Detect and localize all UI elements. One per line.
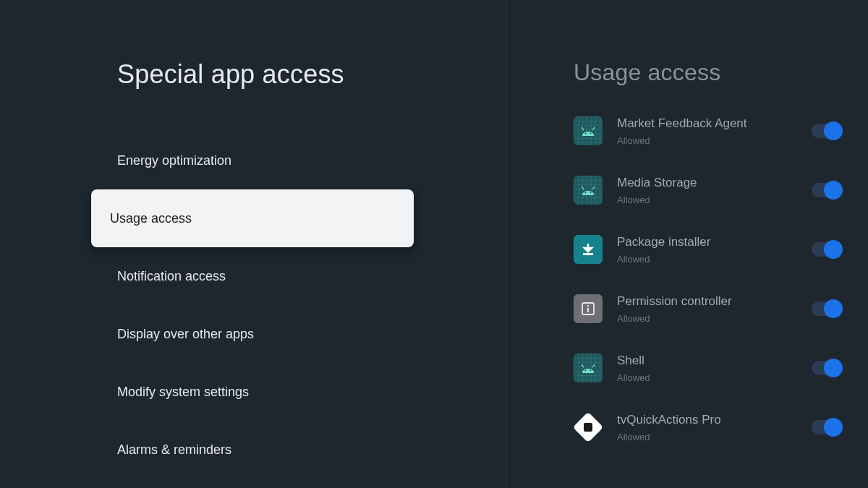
- android-icon: [574, 176, 603, 205]
- svg-point-13: [590, 370, 592, 372]
- svg-line-6: [582, 187, 584, 189]
- app-status-label: Allowed: [617, 372, 812, 383]
- app-status-label: Allowed: [617, 254, 812, 265]
- toggle-knob: [824, 240, 843, 259]
- app-list: Market Feedback Agent Allowed Media Stor…: [506, 116, 868, 442]
- toggle-switch[interactable]: [812, 361, 841, 375]
- diamond-shape-icon: [573, 412, 603, 442]
- menu-item-alarms-reminders[interactable]: Alarms & reminders: [0, 421, 506, 479]
- menu-item-usage-access[interactable]: Usage access: [91, 189, 414, 247]
- tvquickactions-icon: [574, 413, 603, 442]
- svg-line-7: [592, 187, 595, 189]
- download-icon: [574, 235, 603, 264]
- menu-item-modify-system-settings[interactable]: Modify system settings: [0, 363, 506, 421]
- download-arrow-icon: [581, 242, 595, 257]
- app-name-label: Package installer: [617, 235, 812, 249]
- info-square-icon: [582, 302, 595, 315]
- toggle-switch[interactable]: [812, 183, 841, 197]
- menu-item-label: Usage access: [110, 211, 192, 226]
- page-title-right: Usage access: [574, 59, 868, 86]
- toggle-switch[interactable]: [812, 301, 841, 316]
- svg-point-10: [587, 305, 589, 307]
- android-head-icon: [579, 185, 597, 195]
- app-row-permission-controller[interactable]: Permission controller Allowed: [574, 294, 841, 323]
- app-text: Media Storage Allowed: [617, 176, 812, 205]
- app-status-label: Allowed: [617, 432, 812, 442]
- right-pane: Usage access Market Feedback Agent Allow…: [506, 0, 868, 488]
- menu-list: Energy optimization Usage access Notific…: [0, 132, 506, 488]
- app-text: tvQuickActions Pro Allowed: [617, 413, 812, 442]
- menu-item-display-over-other-apps[interactable]: Display over other apps: [0, 305, 506, 363]
- app-text: Permission controller Allowed: [617, 294, 812, 324]
- app-name-label: Permission controller: [617, 294, 812, 309]
- app-name-label: tvQuickActions Pro: [617, 413, 812, 427]
- menu-item-label: Modify system settings: [117, 385, 249, 400]
- app-text: Package installer Allowed: [617, 235, 812, 265]
- menu-item-turn-screen-on[interactable]: Turn screen on: [0, 479, 506, 488]
- toggle-switch[interactable]: [812, 242, 841, 257]
- toggle-switch[interactable]: [812, 420, 841, 435]
- toggle-knob: [824, 299, 843, 318]
- svg-point-5: [590, 192, 592, 194]
- toggle-knob: [824, 359, 843, 377]
- svg-rect-8: [583, 253, 593, 255]
- app-row-media-storage[interactable]: Media Storage Allowed: [574, 176, 841, 205]
- app-row-shell[interactable]: Shell Allowed: [574, 354, 841, 382]
- app-name-label: Media Storage: [617, 176, 812, 190]
- android-icon: [574, 354, 603, 382]
- app-status-label: Allowed: [617, 313, 812, 324]
- svg-line-14: [582, 364, 584, 367]
- menu-item-label: Turn screen on: [117, 479, 204, 488]
- page-title-left: Special app access: [117, 59, 506, 90]
- android-head-icon: [579, 126, 597, 136]
- app-name-label: Market Feedback Agent: [617, 116, 812, 131]
- svg-line-3: [592, 127, 595, 130]
- menu-item-notification-access[interactable]: Notification access: [0, 247, 506, 305]
- toggle-switch[interactable]: [812, 124, 841, 138]
- svg-line-15: [592, 364, 595, 367]
- svg-point-0: [585, 133, 587, 134]
- menu-item-label: Display over other apps: [117, 327, 254, 342]
- app-name-label: Shell: [617, 354, 812, 368]
- svg-rect-11: [587, 308, 589, 312]
- android-icon: [574, 116, 603, 145]
- svg-point-1: [590, 133, 592, 134]
- svg-line-2: [582, 127, 584, 130]
- menu-item-label: Alarms & reminders: [117, 442, 231, 458]
- svg-point-4: [585, 192, 587, 194]
- app-row-tvquickactions-pro[interactable]: tvQuickActions Pro Allowed: [574, 413, 841, 442]
- menu-item-label: Notification access: [117, 269, 226, 284]
- menu-item-energy-optimization[interactable]: Energy optimization: [0, 132, 506, 189]
- app-status-label: Allowed: [617, 135, 812, 146]
- android-head-icon: [579, 363, 597, 373]
- app-row-package-installer[interactable]: Package installer Allowed: [574, 235, 841, 264]
- menu-item-label: Energy optimization: [117, 153, 231, 168]
- app-row-market-feedback-agent[interactable]: Market Feedback Agent Allowed: [574, 116, 841, 145]
- svg-point-12: [585, 370, 587, 372]
- toggle-knob: [824, 181, 843, 200]
- left-pane: Special app access Energy optimization U…: [0, 0, 506, 488]
- app-text: Market Feedback Agent Allowed: [617, 116, 812, 146]
- app-text: Shell Allowed: [617, 354, 812, 383]
- toggle-knob: [824, 418, 843, 437]
- toggle-knob: [824, 121, 843, 140]
- info-icon: [574, 294, 603, 323]
- app-status-label: Allowed: [617, 194, 812, 205]
